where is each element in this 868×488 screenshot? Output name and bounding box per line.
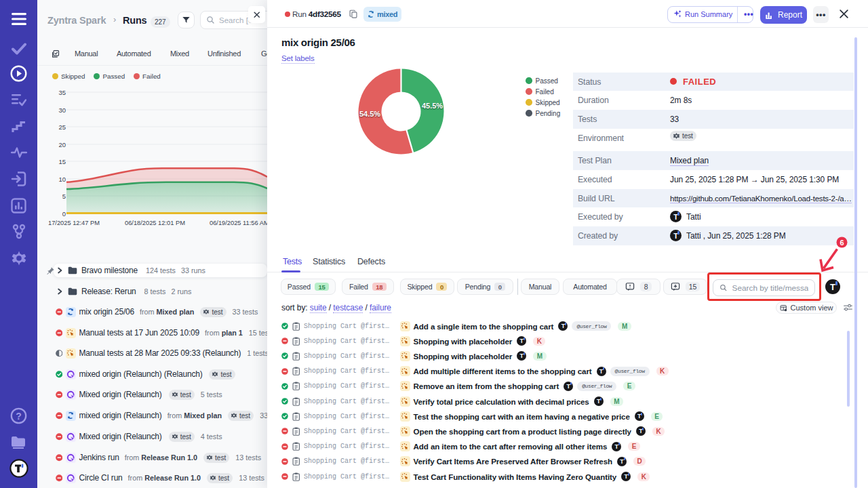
svg-text:20: 20 (58, 141, 66, 148)
svg-text:45.5%: 45.5% (422, 102, 443, 110)
svg-text:25: 25 (58, 123, 66, 131)
svg-text:30: 30 (58, 106, 66, 114)
svg-text:0: 0 (62, 210, 66, 218)
svg-text:35: 35 (58, 89, 66, 96)
svg-text:15: 15 (58, 158, 66, 165)
svg-text:5: 5 (62, 192, 66, 200)
svg-text:?: ? (16, 411, 22, 422)
svg-text:54.5%: 54.5% (359, 110, 380, 118)
svg-text:10: 10 (58, 176, 66, 183)
svg-text:6: 6 (840, 239, 844, 247)
